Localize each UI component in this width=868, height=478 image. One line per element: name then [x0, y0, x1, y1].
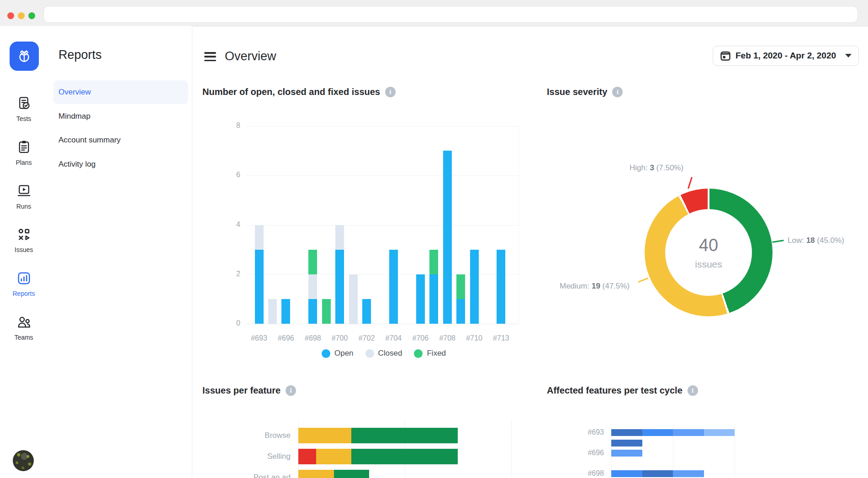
- legend-label: Fixed: [427, 349, 446, 358]
- runs-icon: [16, 184, 32, 199]
- menu-item-overview[interactable]: Overview: [53, 80, 188, 104]
- bar-segment-open[interactable]: [255, 250, 264, 324]
- row-label: Post an ad: [199, 473, 291, 478]
- bar-segment-open[interactable]: [335, 250, 344, 324]
- window-close-button[interactable]: [7, 12, 14, 19]
- bar-segment-closed[interactable]: [335, 225, 344, 250]
- menu-toggle-button[interactable]: [204, 52, 216, 61]
- bar-segment-fixed[interactable]: [456, 274, 465, 299]
- chart-title-issues-per-feature: Issues per feature i: [202, 385, 296, 396]
- sidebar-item-plans[interactable]: Plans: [0, 140, 48, 166]
- donut-callout-medium: Medium: 19 (47.5%): [560, 282, 630, 291]
- hbar-segment-feature-0[interactable]: [611, 440, 642, 446]
- plans-icon: [16, 140, 32, 155]
- info-icon[interactable]: i: [612, 87, 623, 97]
- panel-title: Reports: [58, 48, 102, 62]
- bar-segment-open[interactable]: [281, 299, 290, 324]
- legend-item[interactable]: Open: [322, 349, 354, 358]
- sidebar-item-reports[interactable]: Reports: [0, 271, 48, 297]
- y-axis-label: 0: [222, 319, 240, 327]
- gridline: [246, 175, 519, 176]
- menu-item-mindmap[interactable]: Mindmap: [53, 105, 188, 128]
- info-icon[interactable]: i: [286, 385, 296, 396]
- x-axis-label: #700: [326, 334, 354, 342]
- bar-segment-fixed[interactable]: [308, 250, 317, 274]
- legend-label: Open: [334, 349, 354, 358]
- x-axis-label: #710: [460, 334, 488, 342]
- callout-text: 19: [592, 282, 600, 290]
- hbar-segment-feature-2[interactable]: [611, 450, 642, 457]
- y-axis-label: 8: [222, 121, 240, 130]
- legend-item[interactable]: Fixed: [414, 349, 446, 358]
- info-icon[interactable]: i: [385, 87, 396, 97]
- bar-segment-open[interactable]: [362, 299, 371, 324]
- bar-segment-closed[interactable]: [255, 225, 264, 250]
- hbar-segment-feature-2[interactable]: [673, 470, 704, 477]
- bar-segment-closed[interactable]: [308, 274, 317, 299]
- sidebar-item-teams[interactable]: Teams: [0, 315, 48, 341]
- sidebar-item-issues[interactable]: Issues: [0, 227, 48, 253]
- callout-text: Medium:: [560, 282, 592, 290]
- x-axis-label: #702: [353, 334, 381, 342]
- hbar-segment-low[interactable]: [334, 470, 370, 478]
- bar-segment-open[interactable]: [416, 274, 425, 324]
- menu-item-activity-log[interactable]: Activity log: [53, 152, 188, 176]
- hbar-segment-medium[interactable]: [316, 449, 352, 464]
- sidebar-item-label: Teams: [14, 334, 33, 341]
- bar-segment-closed[interactable]: [268, 299, 277, 324]
- calendar-icon: [720, 50, 731, 61]
- hbar-segment-feature-3[interactable]: [704, 429, 735, 436]
- bar-segment-closed[interactable]: [349, 274, 358, 324]
- x-axis-label: #713: [487, 334, 515, 342]
- hbar-segment-feature-1[interactable]: [642, 429, 673, 436]
- window-minimize-button[interactable]: [18, 12, 25, 19]
- hbar-segment-medium[interactable]: [298, 470, 334, 478]
- bar-segment-open[interactable]: [308, 299, 317, 324]
- bar-segment-open[interactable]: [443, 151, 452, 324]
- row-label: #696: [558, 449, 604, 457]
- bar-segment-open[interactable]: [429, 274, 438, 324]
- callout-text: Low:: [788, 236, 806, 245]
- donut-leader-line: [638, 278, 648, 283]
- bar-segment-open[interactable]: [497, 250, 505, 324]
- legend-dot: [365, 349, 374, 358]
- callout-text: (47.5%): [600, 282, 630, 290]
- bar-segment-open[interactable]: [470, 250, 479, 324]
- info-icon[interactable]: i: [688, 385, 698, 396]
- hbar-segment-feature-2[interactable]: [673, 429, 704, 436]
- y-axis-label: 2: [222, 270, 240, 278]
- legend-row: OpenClosedFixed: [249, 349, 519, 358]
- menu-item-label: Activity log: [58, 160, 95, 169]
- hbar-segment-medium[interactable]: [298, 428, 351, 443]
- sidebar-item-tests[interactable]: Tests: [0, 96, 48, 122]
- teams-icon: [16, 315, 32, 330]
- bar-segment-open[interactable]: [389, 250, 398, 324]
- user-avatar[interactable]: [13, 450, 34, 471]
- donut-callout-high: High: 3 (7.50%): [630, 163, 683, 173]
- app-logo[interactable]: [10, 42, 39, 71]
- gridline: [246, 126, 519, 126]
- hbar-segment-feature-1[interactable]: [611, 470, 642, 477]
- url-bar[interactable]: [43, 6, 858, 23]
- hbar-segment-low[interactable]: [351, 449, 458, 464]
- hbar-segment-feature-0[interactable]: [611, 429, 642, 436]
- sidebar-item-runs[interactable]: Runs: [0, 184, 48, 210]
- callout-text: (45.0%): [815, 236, 844, 245]
- chart-title-text: Issues per feature: [202, 385, 281, 396]
- hbar-segment-feature-0[interactable]: [642, 470, 673, 477]
- bar-segment-open[interactable]: [456, 299, 465, 324]
- legend-label: Closed: [378, 349, 402, 358]
- hbar-segment-high[interactable]: [298, 449, 316, 464]
- hbar-segment-low[interactable]: [351, 428, 458, 443]
- menu-item-account-summary[interactable]: Account summary: [53, 128, 188, 152]
- severity-donut-chart[interactable]: [645, 189, 773, 316]
- window-zoom-button[interactable]: [28, 12, 35, 19]
- row-label: Browse: [199, 431, 291, 440]
- date-range-picker[interactable]: Feb 1, 2020 - Apr 2, 2020: [713, 46, 859, 66]
- legend-item[interactable]: Closed: [365, 349, 402, 358]
- y-axis-label: 4: [222, 221, 240, 229]
- bar-segment-fixed[interactable]: [322, 299, 331, 324]
- chart-title-severity: Issue severity i: [547, 87, 623, 97]
- menu-item-label: Account summary: [58, 136, 121, 145]
- bar-segment-fixed[interactable]: [429, 250, 438, 274]
